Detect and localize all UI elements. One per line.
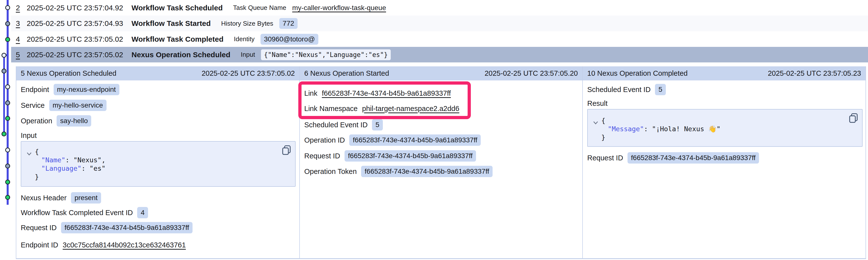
field-scheduled-event-id: Scheduled Event ID 5 (304, 117, 578, 133)
request-id-badge: f665283f-743e-4374-b45b-9a61a89337ff (344, 150, 476, 161)
timeline-dot-started (5, 163, 10, 169)
collapse-chevron-icon[interactable] (593, 121, 599, 125)
field-label: Scheduled Event ID (587, 85, 651, 94)
event-field-label: Task Queue Name (233, 4, 286, 11)
field-label: Request ID (587, 154, 623, 162)
event-timestamp: 2025-02-25 UTC 23:57:05.02 (27, 50, 131, 59)
request-id-badge: f665283f-743e-4374-b45b-9a61a89337ff (627, 152, 759, 163)
copy-icon[interactable] (282, 145, 291, 155)
field-label: Link Namespace (304, 105, 358, 113)
code-line: { (588, 116, 862, 125)
event-timestamp: 2025-02-25 UTC 23:57:04.92 (27, 4, 131, 12)
event-row-workflow-task-started[interactable]: 3 2025-02-25 UTC 23:57:04.93 Workflow Ta… (11, 15, 868, 31)
field-service: Service my-hello-service (21, 98, 296, 113)
event-name: Workflow Task Completed (131, 35, 223, 43)
timeline-dot-scheduled (5, 5, 10, 10)
panel-timestamp: 2025-02-25 UTC 23:57:05.02 (202, 69, 295, 77)
field-label: Service (21, 101, 45, 110)
code-line: "Name": "Nexus", (21, 156, 295, 164)
field-label: Operation (21, 117, 52, 125)
field-request-id: Request ID f665283f-743e-4374-b45b-9a61a… (21, 220, 296, 235)
timeline-dot-started (5, 21, 10, 26)
operation-badge: say-hello (57, 115, 91, 126)
nexus-header-badge: present (71, 192, 101, 203)
request-id-badge: f665283f-743e-4374-b45b-9a61a89337ff (61, 222, 192, 233)
event-id-link[interactable]: 2 (16, 4, 27, 12)
link-namespace-link[interactable]: phil-target-namespace2.a2dd6 (362, 105, 459, 113)
code-line: "Message": "¡Hola! Nexus 👋" (588, 125, 862, 133)
endpoint-badge: my-nexus-endpoint (54, 84, 119, 95)
field-operation: Operation say-hello (21, 113, 296, 128)
field-label: Workflow Task Completed Event ID (21, 209, 133, 217)
collapse-chevron-icon[interactable] (26, 152, 32, 156)
panel-nexus-operation-scheduled: 5 Nexus Operation Scheduled 2025-02-25 U… (16, 66, 299, 259)
event-row-workflow-task-completed[interactable]: 4 2025-02-25 UTC 23:57:05.02 Workflow Ta… (11, 31, 868, 47)
event-field-label: Identity (234, 35, 254, 43)
code-line: "Language": "es" (21, 164, 295, 173)
field-label: Request ID (304, 152, 340, 160)
event-name: Workflow Task Scheduled (131, 4, 223, 12)
timeline-branch-line (3, 55, 5, 134)
field-label: Endpoint ID (21, 241, 58, 249)
field-label: Endpoint (21, 85, 49, 94)
field-label: Scheduled Event ID (304, 121, 368, 129)
panel-header: 5 Nexus Operation Scheduled 2025-02-25 U… (16, 66, 299, 80)
history-size-badge: 772 (279, 18, 298, 29)
panel-title: 5 Nexus Operation Scheduled (21, 69, 116, 77)
field-request-id: Request ID f665283f-743e-4374-b45b-9a61a… (587, 150, 862, 165)
field-link: Link f665283f-743e-4374-b45b-9a61a89337f… (304, 85, 578, 101)
timeline-dot-scheduled (1, 53, 6, 58)
panel-timestamp: 2025-02-25 UTC 23:57:05.23 (768, 69, 861, 77)
field-endpoint-id: Endpoint ID 3c0c75ccfa8144b092c13ce63246… (21, 237, 296, 253)
timeline-dot-scheduled (5, 84, 10, 89)
code-line: } (21, 173, 295, 181)
operation-token-badge: f665283f-743e-4374-b45b-9a61a89337ff (361, 166, 493, 177)
task-queue-link[interactable]: my-caller-workflow-task-queue (292, 4, 386, 12)
panel-nexus-operation-started: 6 Nexus Operation Started 2025-02-25 UTC… (299, 66, 582, 259)
event-timestamp: 2025-02-25 UTC 23:57:04.93 (27, 19, 131, 28)
code-line: { (21, 148, 295, 156)
field-label: Link (304, 89, 317, 98)
copy-icon[interactable] (849, 113, 858, 123)
panel-header: 6 Nexus Operation Started 2025-02-25 UTC… (300, 66, 582, 80)
event-row-workflow-task-scheduled[interactable]: 2 2025-02-25 UTC 23:57:04.92 Workflow Ta… (11, 0, 868, 15)
field-link-namespace: Link Namespace phil-target-namespace2.a2… (304, 101, 578, 116)
field-endpoint: Endpoint my-nexus-endpoint (21, 82, 296, 97)
timeline-dot-completed (5, 37, 10, 42)
timeline-dot-completed (5, 116, 10, 121)
timeline-dot-scheduled (5, 148, 10, 152)
field-label: Operation Token (304, 168, 356, 176)
event-id-link[interactable]: 5 (16, 50, 27, 59)
scheduled-event-id-badge: 5 (655, 84, 666, 95)
timeline-dot-started (1, 69, 6, 74)
event-field-label: Input (241, 51, 255, 59)
service-badge: my-hello-service (49, 100, 106, 111)
event-id-link[interactable]: 3 (16, 19, 27, 28)
panel-title: 10 Nexus Operation Completed (587, 69, 688, 77)
field-nexus-header: Nexus Header present (21, 190, 296, 206)
endpoint-id-link[interactable]: 3c0c75ccfa8144b092c13ce632463761 (63, 241, 186, 249)
event-row-nexus-operation-scheduled-selected[interactable]: 5 2025-02-25 UTC 23:57:05.02 Nexus Opera… (11, 47, 868, 63)
field-label: Operation ID (304, 136, 345, 144)
timeline-dot-completed (1, 132, 6, 137)
event-name: Workflow Task Started (131, 19, 211, 28)
field-label: Request ID (21, 224, 57, 232)
field-wtc-event-id: Workflow Task Completed Event ID 4 (21, 205, 296, 220)
panel-timestamp: 2025-02-25 UTC 23:57:05.20 (485, 69, 578, 77)
input-code-block: { "Name": "Nexus", "Language": "es" } (21, 141, 296, 187)
input-label: Input (21, 130, 296, 141)
panel-header: 10 Nexus Operation Completed 2025-02-25 … (583, 66, 866, 80)
panel-title: 6 Nexus Operation Started (304, 69, 389, 77)
link-value-link[interactable]: f665283f-743e-4374-b45b-9a61a89337ff (322, 89, 451, 98)
panel-nexus-operation-completed: 10 Nexus Operation Completed 2025-02-25 … (582, 66, 866, 259)
wtc-event-id-badge: 4 (137, 207, 148, 218)
event-timestamp: 2025-02-25 UTC 23:57:05.02 (27, 35, 131, 43)
operation-id-badge: f665283f-743e-4374-b45b-9a61a89337ff (349, 135, 481, 146)
identity-badge: 30960@totoro@ (260, 34, 318, 45)
event-name: Nexus Operation Scheduled (131, 50, 230, 59)
event-id-link[interactable]: 4 (16, 35, 27, 43)
code-line: } (588, 133, 862, 142)
timeline-dot-completed (5, 195, 10, 200)
field-label: Input (21, 132, 37, 140)
result-code-block: { "Message": "¡Hola! Nexus 👋" } (587, 109, 863, 147)
